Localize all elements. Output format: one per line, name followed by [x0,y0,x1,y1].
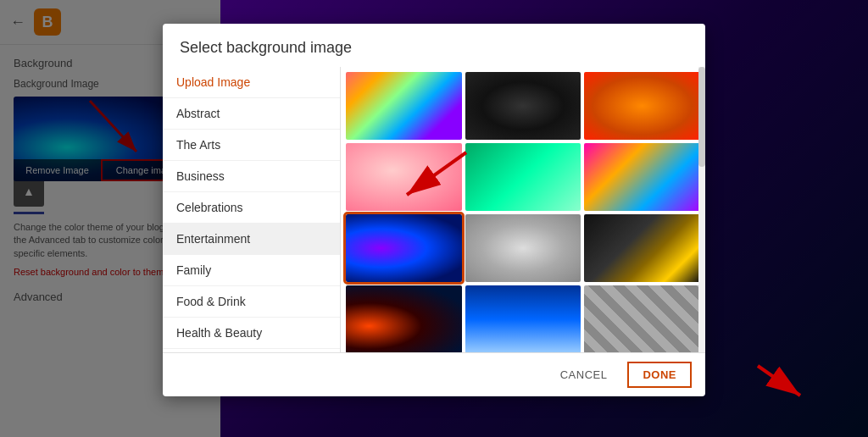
image-grid-container [341,67,705,352]
category-health-beauty[interactable]: Health & Beauty [163,318,340,349]
modal-body: Upload Image Abstract The Arts Business … [163,67,705,352]
category-business[interactable]: Business [163,161,340,192]
modal-title: Select background image [163,24,705,67]
upload-image-link[interactable]: Upload Image [163,67,340,98]
arrow-to-done-button [749,357,817,412]
done-button[interactable]: DONE [627,362,692,388]
category-family[interactable]: Family [163,255,340,286]
category-food-drink[interactable]: Food & Drink [163,286,340,318]
image-cell-5[interactable] [465,143,581,211]
image-cell-2[interactable] [465,72,581,140]
image-cell-8[interactable] [465,214,581,282]
image-grid [346,72,700,352]
category-the-arts[interactable]: The Arts [163,130,340,161]
category-celebrations[interactable]: Celebrations [163,192,340,224]
image-cell-4[interactable] [346,143,462,211]
image-cell-9[interactable] [584,214,700,282]
modal-overlay: Select background image Upload Image Abs… [0,0,868,437]
select-background-modal: Select background image Upload Image Abs… [163,24,705,396]
category-entertainment[interactable]: Entertainment [163,224,340,255]
modal-footer: CANCEL DONE [163,352,705,396]
scrollbar-track[interactable] [698,67,705,352]
cancel-button[interactable]: CANCEL [550,362,618,388]
image-cell-12[interactable] [584,285,700,352]
category-list: Upload Image Abstract The Arts Business … [163,67,341,352]
category-abstract[interactable]: Abstract [163,98,340,130]
scrollbar-thumb[interactable] [698,67,705,167]
image-cell-6[interactable] [584,143,700,211]
image-cell-3[interactable] [584,72,700,140]
image-cell-10[interactable] [346,285,462,352]
image-cell-11[interactable] [465,285,581,352]
image-cell-1[interactable] [346,72,462,140]
image-cell-7[interactable] [346,214,462,282]
